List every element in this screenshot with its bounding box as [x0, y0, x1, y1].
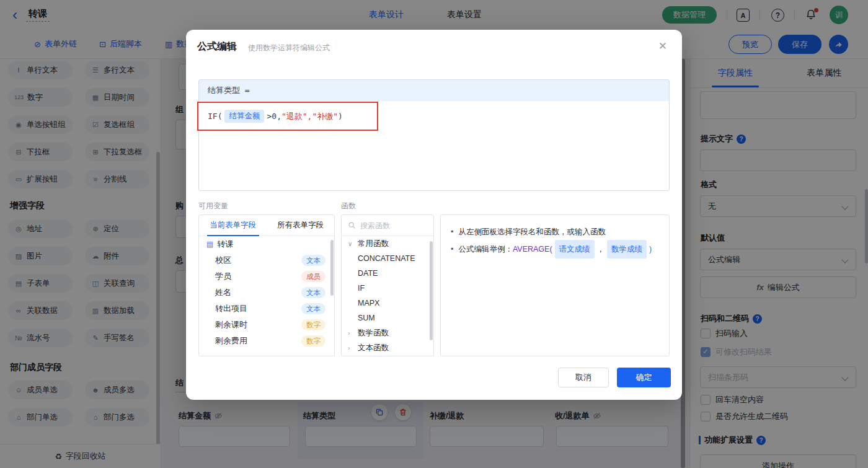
functions-scrollbar[interactable]: [430, 241, 433, 340]
app-root: ‹ 转课 表单设计 表单设置 数据管理 A ? 训 ⊘ 表单外链 ⊡ 后端脚本 …: [0, 0, 868, 468]
functions-panel: ∨ 常用函数 CONCATENATE DATE IF MAPX SUM › 数学…: [341, 214, 434, 356]
formula-operator: >0,: [267, 112, 281, 121]
bullet-icon: •: [451, 241, 453, 257]
chevron-down-icon: ∨: [348, 241, 354, 247]
variables-tabs: 当前表单字段 所有表单字段: [199, 215, 334, 236]
example-close-paren: ): [649, 241, 652, 257]
variable-item[interactable]: 剩余费用数字: [199, 333, 334, 349]
function-item[interactable]: CONCATENATE: [342, 251, 433, 266]
formula-expression: IF( 结算金额 >0, "退款","补缴" ): [208, 110, 343, 123]
cancel-button[interactable]: 取消: [558, 368, 609, 387]
formula-fn-open: IF(: [208, 112, 222, 121]
help-tip: • 从左侧面板选择字段名和函数，或输入函数: [451, 224, 659, 240]
type-badge: 成员: [301, 271, 326, 282]
formula-strings: "退款","补缴": [281, 111, 338, 122]
variable-item[interactable]: 姓名文本: [199, 285, 334, 301]
function-group-common[interactable]: ∨ 常用函数: [342, 236, 433, 251]
function-search: [342, 215, 433, 236]
variables-label: 可用变量: [198, 201, 228, 211]
function-item[interactable]: IF: [342, 281, 433, 296]
bullet-icon: •: [451, 224, 453, 240]
type-badge: 数字: [301, 319, 326, 330]
function-item[interactable]: MAPX: [342, 296, 433, 311]
type-badge: 数字: [301, 335, 326, 347]
variable-form-root[interactable]: ▤ 转课: [199, 236, 334, 252]
function-item[interactable]: SUM: [342, 311, 433, 325]
example-field-chip: 数学成绩: [607, 240, 647, 258]
confirm-button[interactable]: 确定: [617, 368, 671, 387]
variable-item[interactable]: 校区文本: [199, 252, 334, 268]
tab-all-form-fields[interactable]: 所有表单字段: [267, 215, 334, 236]
close-icon[interactable]: ✕: [658, 40, 667, 53]
variables-scrollbar[interactable]: [330, 240, 334, 296]
search-icon: [348, 221, 356, 229]
example-field-chip: 语文成绩: [555, 240, 595, 258]
field-chip[interactable]: 结算金额: [224, 110, 264, 123]
function-search-input[interactable]: [360, 221, 422, 230]
type-badge: 文本: [301, 303, 326, 314]
help-example: • 公式编辑举例： AVERAGE( 语文成绩 ， 数学成绩 ): [451, 240, 659, 258]
chevron-right-icon: ›: [348, 330, 354, 337]
function-item[interactable]: DATE: [342, 266, 433, 281]
function-group-math[interactable]: › 数学函数: [342, 325, 433, 340]
type-badge: 文本: [301, 287, 326, 298]
variable-item[interactable]: 学员成员: [199, 268, 334, 285]
function-group-text[interactable]: › 文本函数: [342, 340, 433, 355]
variables-panel: 当前表单字段 所有表单字段 ▤ 转课 校区文本 学员成员 姓名文本 转出项目文本…: [198, 214, 335, 356]
example-function: AVERAGE(: [513, 241, 552, 257]
functions-label: 函数: [341, 201, 356, 211]
formula-editor[interactable]: IF( 结算金额 >0, "退款","补缴" ): [199, 101, 669, 191]
formula-target: 结算类型 =: [199, 80, 669, 101]
tab-current-form-fields[interactable]: 当前表单字段: [199, 215, 267, 236]
help-panel: • 从左侧面板选择字段名和函数，或输入函数 • 公式编辑举例： AVERAGE(…: [440, 214, 670, 356]
variable-item[interactable]: 转出项目文本: [199, 301, 334, 317]
variable-item[interactable]: 剩余课时数字: [199, 317, 334, 333]
modal-subtitle: 使用数学运算符编辑公式: [248, 43, 330, 53]
chevron-right-icon: ›: [348, 345, 354, 351]
formula-fn-close: ): [338, 112, 343, 121]
type-badge: 文本: [301, 255, 326, 266]
form-file-icon: ▤: [206, 240, 213, 249]
formula-editor-modal: 公式编辑 使用数学运算符编辑公式 ✕ 结算类型 = IF( 结算金额 >0, "…: [186, 30, 682, 400]
modal-title: 公式编辑: [197, 40, 237, 53]
formula-box: 结算类型 = IF( 结算金额 >0, "退款","补缴" ): [198, 79, 670, 191]
